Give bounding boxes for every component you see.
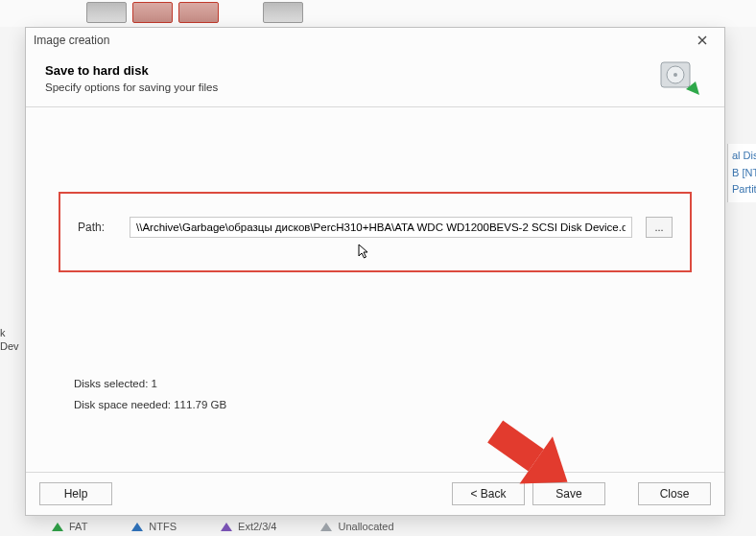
path-highlight-box: Path: ... [59, 192, 692, 272]
dialog-header: Save to hard disk Specify options for sa… [26, 53, 724, 107]
space-needed-label: Disk space needed: [74, 399, 171, 410]
background-right-panel: al Disk B [NTFS Partiti [727, 144, 756, 202]
disks-selected-value: 1 [152, 378, 157, 389]
space-needed-value: 111.79 GB [174, 399, 226, 410]
help-button[interactable]: Help [39, 482, 112, 505]
cursor-icon [358, 244, 371, 261]
background-toolbar [0, 0, 756, 27]
dialog-title: Image creation [34, 34, 109, 47]
dialog-titlebar: Image creation [26, 28, 724, 53]
path-input[interactable] [130, 217, 632, 238]
close-icon[interactable] [688, 31, 717, 50]
back-button[interactable]: < Back [452, 482, 525, 505]
hard-disk-icon [657, 58, 705, 97]
header-title: Save to hard disk [45, 63, 657, 78]
save-button[interactable]: Save [532, 482, 605, 505]
svg-point-2 [673, 73, 677, 77]
disks-selected-label: Disks selected: [74, 378, 148, 389]
path-label: Path: [78, 221, 116, 234]
browse-button[interactable]: ... [646, 217, 673, 238]
close-button[interactable]: Close [638, 482, 711, 505]
filesystem-legend: FAT NTFS Ext2/3/4 Unallocated [52, 521, 756, 532]
image-creation-dialog: Image creation Save to hard disk Specify… [25, 27, 725, 516]
background-left-text: k Dev [0, 38, 23, 354]
dialog-footer: Help < Back Save Close [26, 472, 724, 515]
summary-block: Disks selected: 1 Disk space needed: 111… [74, 378, 724, 420]
header-subtitle: Specify options for saving your files [45, 82, 657, 93]
